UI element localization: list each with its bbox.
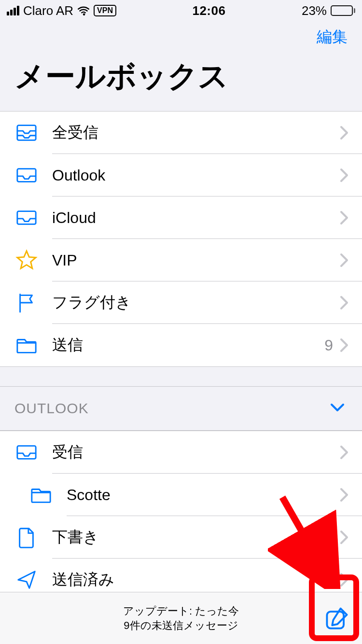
outlook-item-inbox[interactable]: 受信 xyxy=(0,431,362,474)
edit-button[interactable]: 編集 xyxy=(317,27,348,48)
chevron-right-icon xyxy=(340,210,348,225)
folder-icon xyxy=(29,483,53,507)
status-left: Claro AR VPN xyxy=(7,3,116,18)
outlook-list: 受信 Scotte 下書き 送信済み xyxy=(0,431,362,602)
folder-icon xyxy=(14,333,39,357)
row-label: VIP xyxy=(52,252,340,269)
page-title: メールボックス xyxy=(14,53,348,105)
flag-icon xyxy=(14,291,39,315)
chevron-right-icon xyxy=(340,445,348,460)
row-label: 受信 xyxy=(52,442,340,463)
section-title: OUTLOOK xyxy=(14,400,89,417)
doc-icon xyxy=(14,525,39,549)
vpn-badge: VPN xyxy=(94,5,116,16)
toolbar-status-line2: 9件の未送信メッセージ xyxy=(123,618,239,633)
cellular-signal-icon xyxy=(7,6,19,15)
mailbox-outbox[interactable]: 送信9 xyxy=(0,324,362,366)
outlook-item-scotte[interactable]: Scotte xyxy=(0,474,362,516)
chevron-right-icon xyxy=(340,530,348,545)
send-icon xyxy=(14,568,39,592)
chevron-down-icon xyxy=(330,403,345,414)
status-time: 12:06 xyxy=(192,3,225,18)
row-label: 送信 xyxy=(52,335,324,356)
chevron-right-icon xyxy=(340,488,348,502)
mailbox-outlook[interactable]: Outlook xyxy=(0,154,362,196)
status-right: 23% xyxy=(302,3,355,18)
chevron-right-icon xyxy=(340,295,348,310)
mailbox-flagged[interactable]: フラグ付き xyxy=(0,281,362,324)
compose-button[interactable] xyxy=(324,606,349,631)
section-header-outlook[interactable]: OUTLOOK xyxy=(0,386,362,431)
section-spacer xyxy=(0,367,362,386)
outlook-item-drafts[interactable]: 下書き xyxy=(0,516,362,559)
mailbox-all-inboxes[interactable]: 全受信 xyxy=(0,112,362,154)
mailbox-icloud[interactable]: iCloud xyxy=(0,196,362,239)
row-label: 全受信 xyxy=(52,122,340,143)
row-label: Outlook xyxy=(52,167,340,184)
toolbar-status: アップデート: たった今 9件の未送信メッセージ xyxy=(123,604,239,633)
battery-percent: 23% xyxy=(302,3,327,18)
tray-icon xyxy=(14,440,39,464)
carrier-label: Claro AR xyxy=(23,3,73,18)
battery-icon xyxy=(331,5,355,16)
row-label: フラグ付き xyxy=(52,292,340,313)
chevron-right-icon xyxy=(340,338,348,352)
tray-icon xyxy=(14,206,39,230)
toolbar-status-line1: アップデート: たった今 xyxy=(123,604,239,618)
mailbox-vip[interactable]: VIP xyxy=(0,239,362,281)
wifi-icon xyxy=(77,4,90,17)
chevron-right-icon xyxy=(340,168,348,182)
row-label: 下書き xyxy=(52,527,340,548)
nav-bar: 編集 メールボックス xyxy=(0,21,362,111)
tray-full-icon xyxy=(14,121,39,145)
status-bar: Claro AR VPN 12:06 23% xyxy=(0,0,362,21)
row-label: 送信済み xyxy=(52,569,340,590)
star-icon xyxy=(14,248,39,272)
chevron-right-icon xyxy=(340,253,348,267)
chevron-right-icon xyxy=(340,573,348,587)
row-label: Scotte xyxy=(67,486,340,504)
mailboxes-list: 全受信 Outlook iCloud VIP フラグ付き 送信9 xyxy=(0,111,362,367)
row-label: iCloud xyxy=(52,209,340,227)
row-count: 9 xyxy=(324,336,333,354)
bottom-toolbar: アップデート: たった今 9件の未送信メッセージ xyxy=(0,592,362,644)
tray-icon xyxy=(14,163,39,187)
chevron-right-icon xyxy=(340,126,348,140)
